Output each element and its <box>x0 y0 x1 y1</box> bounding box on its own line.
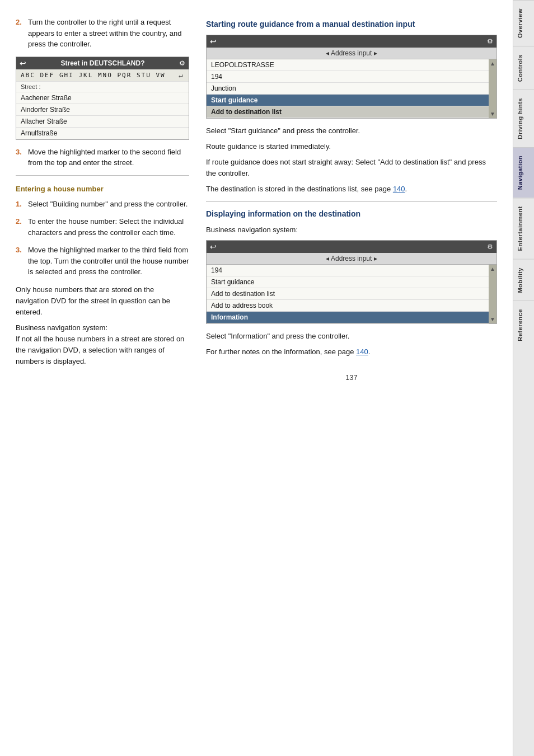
route-row-start-guidance: Start guidance <box>207 95 489 106</box>
guidance-body4: The destination is stored in the destina… <box>206 184 497 195</box>
info-scroll-down-icon: ▼ <box>490 316 495 322</box>
step-2: 2. Turn the controller to the right unti… <box>16 17 189 50</box>
sidebar-tab-navigation[interactable]: Navigation <box>513 147 534 198</box>
street-label-row: Street : <box>16 82 189 92</box>
sidebar-tab-mobility[interactable]: Mobility <box>513 259 534 301</box>
house-number-heading: Entering a house number <box>16 185 189 193</box>
step-3: 3. Move the highlighted marker to the se… <box>16 147 189 168</box>
substep-2: 2. To enter the house number: Select the… <box>16 216 189 238</box>
section-start-guidance: Starting route guidance from a manual de… <box>206 19 497 195</box>
street-row-4: Arnulfstraße <box>16 128 189 139</box>
info-scroll-up-icon: ▲ <box>490 266 495 272</box>
sidebar-tab-overview[interactable]: Overview <box>513 0 534 46</box>
start-guidance-title: Starting route guidance from a manual de… <box>206 19 497 30</box>
guidance-page-link[interactable]: 140 <box>393 185 405 193</box>
business-nav-label: Business navigation system: <box>16 323 107 332</box>
info-body2-end: . <box>368 348 371 356</box>
route-row-junction: Junction <box>207 83 489 95</box>
left-column: 2. Turn the controller to the right unti… <box>16 17 189 739</box>
substep-number-1: 1. <box>16 199 24 210</box>
guidance-body3: If route guidance does not start straigh… <box>206 157 497 179</box>
substep-1: 1. Select "Building number" and press th… <box>16 199 189 210</box>
step-text-3: Move the highlighted marker to the secon… <box>28 147 189 168</box>
business-nav-note: Business navigation system: If not all t… <box>16 322 189 368</box>
substep-text-3: Move the highlighted marker to the third… <box>28 245 189 278</box>
route-settings-icon: ⚙ <box>487 37 493 45</box>
step-number-2: 2. <box>16 17 24 50</box>
info-rows-container: 194 Start guidance Add to destination li… <box>207 265 496 323</box>
guidance-body2: Route guidance is started immediately. <box>206 141 497 152</box>
info-body1: Select "Information" and press the contr… <box>206 331 497 342</box>
scroll-up-icon: ▲ <box>490 60 495 67</box>
street-box-title: Street in DEUTSCHLAND? <box>60 59 144 67</box>
display-info-box: ↩ ⚙ ◂ Address input ▸ 194 Start guidance… <box>206 240 497 324</box>
substep-text-2: To enter the house number: Select the in… <box>28 216 189 238</box>
scroll-down-icon: ▼ <box>490 111 495 117</box>
info-page-link[interactable]: 140 <box>356 348 368 356</box>
route-guidance-header: ↩ ⚙ <box>207 35 496 48</box>
info-row-address-book: Add to address book <box>207 300 489 312</box>
info-row-194: 194 <box>207 265 489 276</box>
sidebar: Overview Controls Driving hints Navigati… <box>513 0 534 756</box>
guidance-body4-end: . <box>405 185 407 193</box>
route-rows: LEOPOLDSTRASSE 194 Junction Start guidan… <box>207 59 489 118</box>
substep-text-1: Select "Building number" and press the c… <box>28 199 188 210</box>
divider-right-1 <box>206 201 497 202</box>
route-row-194: 194 <box>207 71 489 83</box>
info-back-icon: ↩ <box>210 242 217 251</box>
info-rows: 194 Start guidance Add to destination li… <box>207 265 489 323</box>
step-text-2: Turn the controller to the right until a… <box>28 17 189 50</box>
substep-number-2: 2. <box>16 216 24 238</box>
right-column: Starting route guidance from a manual de… <box>206 17 497 739</box>
street-box-container: ABC DEF GHI JKL MNO PQR STU VW ↵ Street … <box>16 69 189 139</box>
street-row-3: Allacher Straße <box>16 116 189 128</box>
route-guidance-box: ↩ ⚙ ◂ Address input ▸ LEOPOLDSTRASSE 194… <box>206 35 497 119</box>
guidance-body1: Select "Start guidance" and press the co… <box>206 125 497 137</box>
back-arrow-icon: ↩ <box>20 59 26 68</box>
street-input-box: ↩ Street in DEUTSCHLAND? ⚙ ABC DEF GHI J… <box>16 57 189 140</box>
sidebar-tab-reference[interactable]: Reference <box>513 300 534 349</box>
street-rows: ABC DEF GHI JKL MNO PQR STU VW ↵ Street … <box>16 69 189 139</box>
sidebar-tab-driving-hints[interactable]: Driving hints <box>513 90 534 147</box>
display-info-header: ↩ ⚙ <box>207 241 496 253</box>
keyboard-row: ABC DEF GHI JKL MNO PQR STU VW ↵ <box>16 69 189 82</box>
info-row-information: Information <box>207 312 489 323</box>
street-row-1: Aachener Straße <box>16 92 189 104</box>
divider-1 <box>16 175 189 176</box>
sidebar-tab-entertainment[interactable]: Entertainment <box>513 198 534 259</box>
route-row-leopoldstrasse: LEOPOLDSTRASSE <box>207 59 489 71</box>
house-number-note1: Only house numbers that are stored on th… <box>16 284 189 318</box>
display-info-title: Displaying information on the destinatio… <box>206 209 497 220</box>
route-address-bar: ◂ Address input ▸ <box>207 48 496 59</box>
info-settings-icon: ⚙ <box>487 243 493 251</box>
route-rows-container: LEOPOLDSTRASSE 194 Junction Start guidan… <box>207 59 496 118</box>
info-row-add-dest: Add to destination list <box>207 288 489 300</box>
info-scrollbar: ▲ ▼ <box>489 265 496 323</box>
info-body2-text: For further notes on the information, se… <box>206 348 356 356</box>
enter-icon: ↵ <box>179 71 184 79</box>
info-address-bar: ◂ Address input ▸ <box>207 253 496 265</box>
info-body2: For further notes on the information, se… <box>206 346 497 358</box>
step-number-3: 3. <box>16 147 24 168</box>
settings-icon: ⚙ <box>179 59 185 67</box>
substep-3: 3. Move the highlighted marker to the th… <box>16 245 189 278</box>
guidance-body4-text: The destination is stored in the destina… <box>206 185 393 193</box>
route-back-icon: ↩ <box>210 37 217 46</box>
sidebar-tab-controls[interactable]: Controls <box>513 46 534 90</box>
street-box-header: ↩ Street in DEUTSCHLAND? ⚙ <box>16 57 189 69</box>
substep-number-3: 3. <box>16 245 24 278</box>
info-row-start: Start guidance <box>207 276 489 288</box>
route-row-add-destination: Add to destination list <box>207 106 489 118</box>
business-nav-text: If not all the house numbers in a street… <box>16 335 184 365</box>
display-info-intro: Business navigation system: <box>206 224 497 236</box>
page-number: 137 <box>206 362 497 387</box>
street-row-2: Aindorfer Straße <box>16 104 189 116</box>
route-scrollbar: ▲ ▼ <box>489 59 496 118</box>
section-display-info: Displaying information on the destinatio… <box>206 209 497 358</box>
